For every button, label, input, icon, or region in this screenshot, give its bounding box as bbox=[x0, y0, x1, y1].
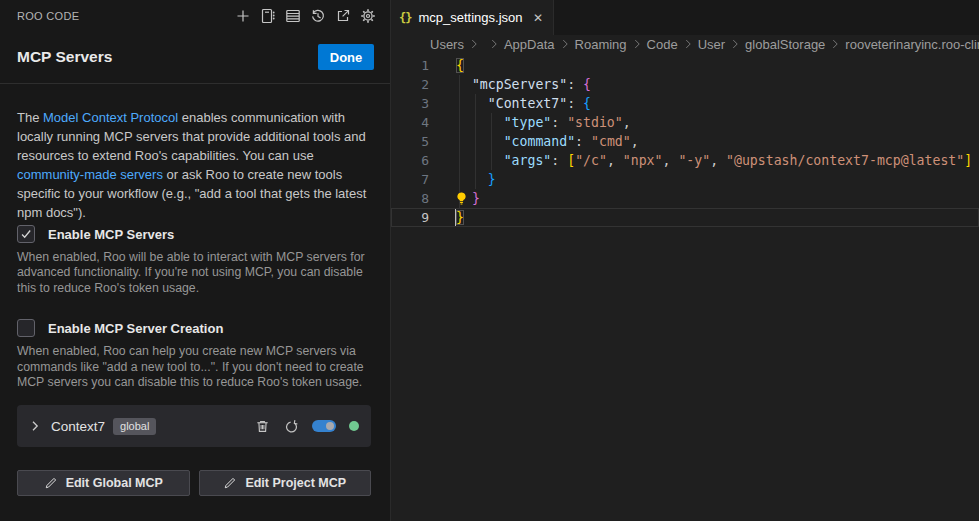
page-title: MCP Servers bbox=[17, 48, 112, 66]
code-text: "Context7": { bbox=[456, 96, 591, 111]
code-line[interactable]: 4 "type": "stdio", bbox=[391, 113, 979, 132]
edit-project-mcp-label: Edit Project MCP bbox=[245, 476, 346, 490]
code-line[interactable]: 6 "args": ["/c", "npx", "-y", "@upstash/… bbox=[391, 151, 979, 170]
code-text: "command": "cmd", bbox=[456, 134, 639, 149]
code-line[interactable]: 2 "mcpServers": { bbox=[391, 75, 979, 94]
code-text: "args": ["/c", "npx", "-y", "@upstash/co… bbox=[456, 153, 972, 168]
prompts-icon[interactable] bbox=[260, 8, 276, 24]
chevron-right-icon[interactable] bbox=[27, 418, 43, 434]
json-file-icon: {} bbox=[399, 11, 411, 25]
extension-title: ROO CODE bbox=[17, 10, 79, 22]
breadcrumb-item[interactable]: User bbox=[698, 37, 725, 52]
pencil-icon bbox=[44, 477, 57, 490]
delete-server-icon[interactable] bbox=[254, 418, 270, 434]
restart-server-icon[interactable] bbox=[283, 418, 299, 434]
line-number: 1 bbox=[391, 56, 429, 75]
breadcrumb-separator-icon bbox=[728, 37, 742, 51]
vscode-window: ROO CODE bbox=[0, 0, 979, 521]
history-icon[interactable] bbox=[310, 8, 326, 24]
edit-global-mcp-label: Edit Global MCP bbox=[66, 476, 163, 490]
panel-header: MCP Servers Done bbox=[17, 42, 374, 72]
toggle-knob bbox=[326, 422, 334, 430]
editor-tab-bar: {} mcp_settings.json ✕ bbox=[391, 0, 979, 35]
code-area[interactable]: 1{2 "mcpServers": {3 "Context7": {4 "typ… bbox=[391, 53, 979, 227]
plus-icon[interactable] bbox=[235, 8, 251, 24]
text-cursor bbox=[455, 209, 456, 226]
enable-mcp-creation-row: Enable MCP Server Creation bbox=[17, 319, 374, 337]
enable-mcp-servers-description: When enabled, Roo will be able to intera… bbox=[17, 250, 374, 296]
line-number: 8 bbox=[391, 189, 429, 208]
server-enabled-toggle[interactable] bbox=[312, 420, 336, 432]
line-number: 7 bbox=[391, 170, 429, 189]
breadcrumb-separator-icon bbox=[487, 37, 501, 51]
code-text: "type": "stdio", bbox=[456, 115, 631, 130]
line-number: 9 bbox=[391, 208, 429, 227]
breadcrumb-item[interactable]: rooveterinaryinc.roo-cline bbox=[845, 37, 979, 52]
code-text: { bbox=[456, 58, 464, 73]
server-name: Context7 bbox=[51, 419, 105, 434]
code-text: "mcpServers": { bbox=[456, 77, 591, 92]
enable-mcp-creation-description: When enabled, Roo can help you create ne… bbox=[17, 344, 374, 390]
header-divider bbox=[0, 83, 390, 84]
breadcrumb-item[interactable]: Code bbox=[647, 37, 678, 52]
line-number: 2 bbox=[391, 75, 429, 94]
edit-project-mcp-button[interactable]: Edit Project MCP bbox=[199, 470, 372, 496]
tab-filename: mcp_settings.json bbox=[418, 10, 522, 25]
open-external-icon[interactable] bbox=[335, 8, 351, 24]
enable-mcp-servers-checkbox[interactable] bbox=[17, 225, 35, 243]
enable-mcp-servers-label: Enable MCP Servers bbox=[48, 227, 174, 242]
mcp-servers-icon[interactable] bbox=[285, 8, 301, 24]
tab-mcp-settings[interactable]: {} mcp_settings.json ✕ bbox=[391, 0, 554, 35]
lightbulb-icon[interactable] bbox=[454, 191, 469, 206]
checkmark-icon bbox=[19, 227, 33, 241]
code-text: } bbox=[456, 172, 496, 187]
enable-mcp-servers-row: Enable MCP Servers bbox=[17, 225, 374, 243]
sidebar-header: ROO CODE bbox=[0, 0, 390, 32]
breadcrumb-separator-icon bbox=[467, 37, 481, 51]
code-line[interactable]: 3 "Context7": { bbox=[391, 94, 979, 113]
mcp-intro-text: The Model Context Protocol enables commu… bbox=[17, 108, 374, 222]
line-number: 3 bbox=[391, 94, 429, 113]
settings-gear-icon[interactable] bbox=[360, 8, 376, 24]
breadcrumb-item[interactable]: Roaming bbox=[575, 37, 627, 52]
breadcrumb-separator-icon bbox=[828, 37, 842, 51]
edit-global-mcp-button[interactable]: Edit Global MCP bbox=[17, 470, 190, 496]
line-number: 5 bbox=[391, 132, 429, 151]
breadcrumb-separator-icon bbox=[681, 37, 695, 51]
breadcrumb-item[interactable]: Users bbox=[430, 37, 464, 52]
breadcrumb-item[interactable]: AppData bbox=[504, 37, 555, 52]
code-line[interactable]: 1{ bbox=[391, 56, 979, 75]
sidebar-toolbar bbox=[235, 8, 376, 24]
roo-code-sidebar: ROO CODE bbox=[0, 0, 391, 521]
code-line[interactable]: 5 "command": "cmd", bbox=[391, 132, 979, 151]
breadcrumbs: UsersAppDataRoamingCodeUserglobalStorage… bbox=[391, 35, 979, 53]
enable-mcp-creation-label: Enable MCP Server Creation bbox=[48, 321, 223, 336]
breadcrumb-item[interactable]: globalStorage bbox=[745, 37, 825, 52]
link[interactable]: community-made servers bbox=[17, 167, 163, 182]
line-number: 6 bbox=[391, 151, 429, 170]
line-number: 4 bbox=[391, 113, 429, 132]
done-button[interactable]: Done bbox=[318, 44, 374, 70]
enable-mcp-creation-checkbox[interactable] bbox=[17, 319, 35, 337]
edit-mcp-buttons: Edit Global MCP Edit Project MCP bbox=[17, 470, 371, 496]
code-text: } bbox=[456, 210, 464, 225]
tab-close-icon[interactable]: ✕ bbox=[533, 11, 543, 25]
breadcrumb-separator-icon bbox=[558, 37, 572, 51]
server-status-dot bbox=[349, 421, 359, 431]
code-line[interactable]: 8 } bbox=[391, 189, 979, 208]
server-scope-badge: global bbox=[113, 418, 156, 435]
link[interactable]: Model Context Protocol bbox=[43, 110, 178, 125]
breadcrumb-separator-icon bbox=[630, 37, 644, 51]
pencil-icon bbox=[223, 477, 236, 490]
editor-area: {} mcp_settings.json ✕ UsersAppDataRoami… bbox=[391, 0, 979, 521]
code-line[interactable]: 9} bbox=[391, 208, 979, 227]
code-line[interactable]: 7 } bbox=[391, 170, 979, 189]
mcp-server-row-context7[interactable]: Context7 global bbox=[17, 405, 371, 447]
